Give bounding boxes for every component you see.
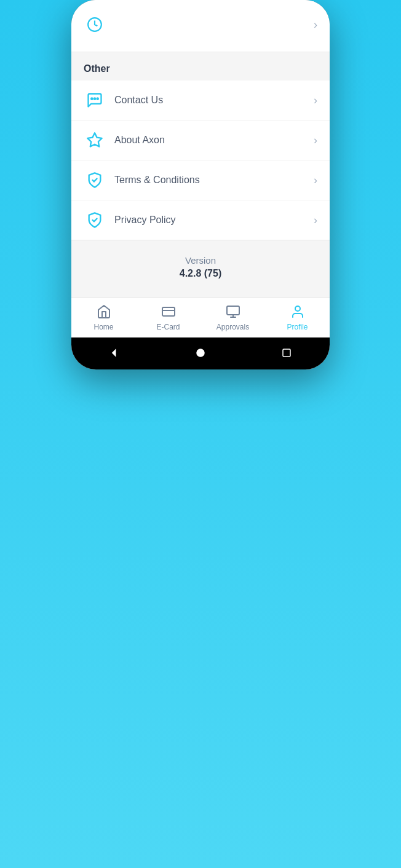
- svg-rect-15: [283, 349, 290, 357]
- svg-rect-9: [227, 306, 239, 315]
- bottom-navigation: Home E-Card: [71, 298, 330, 337]
- terms-conditions-item[interactable]: Terms & Conditions ›: [71, 160, 330, 200]
- profile-icon: [289, 303, 306, 320]
- nav-home[interactable]: Home: [85, 303, 122, 331]
- svg-point-2: [91, 98, 92, 100]
- android-nav-bar: [71, 337, 330, 369]
- about-axon-chevron: ›: [314, 134, 317, 147]
- partial-icon: [84, 14, 106, 36]
- svg-line-6: [94, 179, 97, 182]
- version-label: Version: [84, 255, 317, 266]
- contact-us-chevron: ›: [314, 94, 317, 107]
- privacy-chevron: ›: [314, 214, 317, 227]
- svg-marker-13: [112, 349, 116, 357]
- privacy-left: Privacy Policy: [84, 209, 176, 231]
- phone-shell: › Other Conta: [71, 0, 330, 369]
- nav-profile[interactable]: Profile: [279, 303, 316, 331]
- other-section-header: Other: [71, 52, 330, 81]
- version-section: Version 4.2.8 (75): [71, 240, 330, 298]
- privacy-policy-item[interactable]: Privacy Policy ›: [71, 200, 330, 240]
- svg-point-3: [97, 98, 98, 100]
- terms-chevron: ›: [314, 174, 317, 187]
- svg-point-1: [94, 98, 95, 100]
- privacy-label: Privacy Policy: [114, 215, 176, 226]
- about-axon-left: About Axon: [84, 129, 165, 151]
- home-icon: [95, 303, 113, 320]
- version-number: 4.2.8 (75): [84, 268, 317, 279]
- partial-item-left: [84, 14, 106, 36]
- phone-screen: › Other Conta: [71, 0, 330, 369]
- nav-approvals[interactable]: Approvals: [215, 303, 252, 331]
- about-axon-label: About Axon: [114, 135, 165, 146]
- approvals-nav-label: Approvals: [216, 323, 249, 331]
- profile-nav-label: Profile: [287, 323, 308, 331]
- partial-menu-item[interactable]: ›: [84, 7, 317, 42]
- terms-left: Terms & Conditions: [84, 169, 200, 191]
- about-axon-item[interactable]: About Axon ›: [71, 120, 330, 160]
- approvals-icon: [224, 303, 242, 320]
- terms-label: Terms & Conditions: [114, 175, 200, 186]
- svg-point-12: [295, 306, 300, 311]
- ecard-nav-label: E-Card: [156, 323, 180, 331]
- svg-point-14: [196, 349, 205, 357]
- ecard-icon: [160, 303, 177, 320]
- terms-icon: [84, 169, 106, 191]
- contact-us-icon: [84, 89, 106, 111]
- nav-ecard[interactable]: E-Card: [150, 303, 187, 331]
- other-menu-group: Contact Us › About Axon ›: [71, 81, 330, 240]
- contact-us-left: Contact Us: [84, 89, 163, 111]
- svg-rect-7: [162, 307, 175, 316]
- about-axon-icon: [84, 129, 106, 151]
- partial-chevron: ›: [314, 18, 317, 31]
- home-nav-label: Home: [93, 323, 113, 331]
- contact-us-item[interactable]: Contact Us ›: [71, 81, 330, 120]
- privacy-icon: [84, 209, 106, 231]
- contact-us-label: Contact Us: [114, 95, 163, 106]
- partial-top-section: ›: [71, 0, 330, 52]
- svg-marker-4: [87, 133, 101, 146]
- android-home-button[interactable]: [194, 346, 207, 360]
- android-recent-button[interactable]: [280, 346, 293, 360]
- other-section-title: Other: [84, 63, 110, 74]
- android-back-button[interactable]: [108, 346, 121, 360]
